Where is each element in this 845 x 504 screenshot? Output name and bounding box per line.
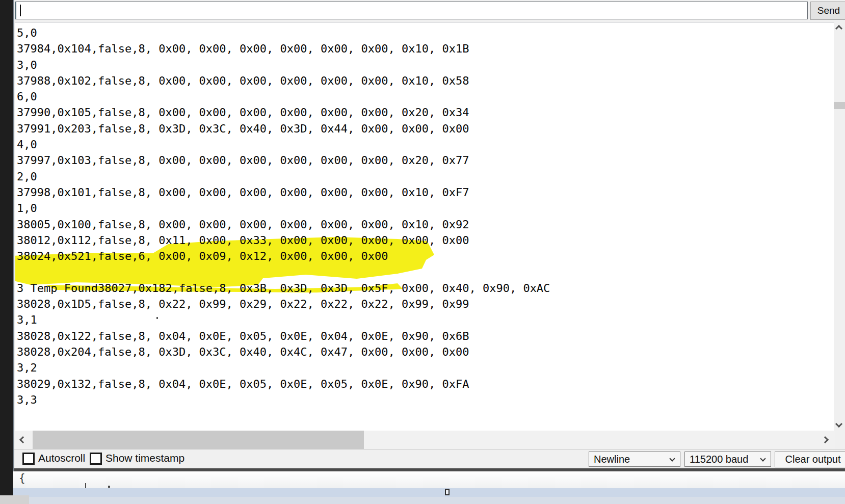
output-line: 38028,0x204,false,8, 0x3D, 0x3C, 0x40, 0… <box>17 344 835 360</box>
clipped-glyph-artifact <box>108 486 110 488</box>
send-row: Send <box>14 0 845 22</box>
scroll-right-icon[interactable] <box>822 436 829 443</box>
autoscroll-checkbox[interactable] <box>22 453 35 465</box>
scroll-up-icon[interactable] <box>835 25 842 32</box>
output-line: 38029,0x132,false,8, 0x04, 0x0E, 0x05, 0… <box>17 376 835 392</box>
show-timestamp-checkbox[interactable] <box>90 453 102 465</box>
serial-monitor-window: Send 5,037984,0x104,false,8, 0x00, 0x00,… <box>13 0 845 471</box>
output-line: 37990,0x105,false,8, 0x00, 0x00, 0x00, 0… <box>17 104 835 120</box>
options-bar: Autoscroll Show timestamp Newline 115200… <box>14 449 845 468</box>
editor-code-fragment: { <box>19 472 25 484</box>
output-line: 1,0 <box>17 200 835 216</box>
output-line: 3,0 <box>17 57 835 73</box>
text-caret <box>20 5 21 16</box>
output-line: 6,0 <box>17 89 835 104</box>
autoscroll-label: Autoscroll <box>38 452 85 464</box>
line-ending-dropdown[interactable]: Newline <box>589 452 680 467</box>
chevron-down-icon <box>760 456 765 461</box>
output-line: 37997,0x103,false,8, 0x00, 0x00, 0x00, 0… <box>17 152 835 168</box>
serial-send-input[interactable] <box>15 2 808 19</box>
output-line: 4,0 <box>17 137 835 152</box>
output-line: 5,0 <box>17 25 835 41</box>
scroll-left-icon[interactable] <box>19 436 27 443</box>
output-line <box>17 264 835 280</box>
ide-background-strip <box>0 0 13 495</box>
output-line: 37988,0x102,false,8, 0x00, 0x00, 0x00, 0… <box>17 73 835 89</box>
clear-output-button[interactable]: Clear output <box>775 452 845 467</box>
output-line: 37991,0x203,false,8, 0x3D, 0x3C, 0x40, 0… <box>17 121 835 137</box>
serial-output-area[interactable]: 5,037984,0x104,false,8, 0x00, 0x00, 0x00… <box>15 22 835 431</box>
scroll-down-icon[interactable] <box>835 420 842 428</box>
output-line: 3,2 <box>17 360 835 376</box>
output-line: 38028,0x122,false,8, 0x04, 0x0E, 0x05, 0… <box>17 328 835 344</box>
show-timestamp-label: Show timestamp <box>105 452 184 464</box>
output-line: 38028,0x1D5,false,8, 0x22, 0x99, 0x29, 0… <box>17 296 835 312</box>
cursor-artifact <box>445 489 450 495</box>
output-line: 3 Temp Found38027,0x182,false,8, 0x3B, 0… <box>17 280 835 296</box>
bottom-left-corner <box>0 495 29 504</box>
baud-rate-value: 115200 baud <box>690 454 748 465</box>
output-line: 37998,0x101,false,8, 0x00, 0x00, 0x00, 0… <box>17 184 835 200</box>
chevron-down-icon <box>669 456 675 461</box>
output-line-highlighted: 38024,0x521,false,6, 0x00, 0x09, 0x12, 0… <box>17 248 835 264</box>
horizontal-scrollbar[interactable] <box>15 431 835 449</box>
clipped-glyph-artifact <box>85 483 86 488</box>
output-line: 2,0 <box>17 169 835 184</box>
output-line: 37984,0x104,false,8, 0x00, 0x00, 0x00, 0… <box>17 41 835 57</box>
screen: Send 5,037984,0x104,false,8, 0x00, 0x00,… <box>0 0 845 504</box>
vertical-scrollbar[interactable] <box>834 22 845 431</box>
output-line: 38005,0x100,false,8, 0x00, 0x00, 0x00, 0… <box>17 217 835 232</box>
taskbar-strip-lower <box>29 497 845 504</box>
line-ending-value: Newline <box>594 454 630 465</box>
output-line: 3,3 <box>17 392 835 408</box>
code-editor-peek: { <box>13 471 845 488</box>
send-button[interactable]: Send <box>810 2 845 20</box>
vertical-scrollbar-thumb[interactable] <box>834 102 845 109</box>
output-line: 3,1 <box>17 312 835 328</box>
output-line: 38012,0x112,false,8, 0x11, 0x00, 0x33, 0… <box>17 232 835 248</box>
dot-artifact <box>156 317 158 319</box>
taskbar-strip-upper <box>13 488 845 497</box>
horizontal-scrollbar-thumb[interactable] <box>33 431 364 449</box>
baud-rate-dropdown[interactable]: 115200 baud <box>684 452 771 467</box>
serial-output-lines: 5,037984,0x104,false,8, 0x00, 0x00, 0x00… <box>15 22 835 408</box>
